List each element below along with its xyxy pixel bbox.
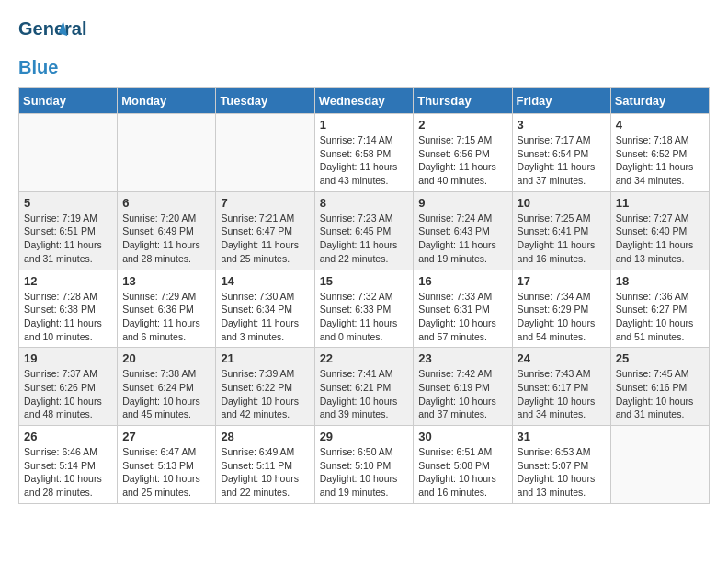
week-row-5: 26Sunrise: 6:46 AM Sunset: 5:14 PM Dayli… — [19, 426, 710, 504]
calendar-cell: 14Sunrise: 7:30 AM Sunset: 6:34 PM Dayli… — [216, 270, 314, 348]
day-info: Sunrise: 7:20 AM Sunset: 6:49 PM Dayligh… — [122, 212, 210, 266]
day-info: Sunrise: 7:17 AM Sunset: 6:54 PM Dayligh… — [518, 133, 606, 188]
weekday-header-monday: Monday — [118, 88, 216, 114]
day-number: 20 — [122, 351, 210, 365]
calendar-cell: 2Sunrise: 7:15 AM Sunset: 6:56 PM Daylig… — [414, 114, 512, 192]
day-info: Sunrise: 7:25 AM Sunset: 6:41 PM Dayligh… — [518, 212, 606, 266]
day-number: 1 — [320, 118, 409, 132]
calendar-cell: 29Sunrise: 6:50 AM Sunset: 5:10 PM Dayli… — [314, 426, 414, 504]
day-info: Sunrise: 6:46 AM Sunset: 5:14 PM Dayligh… — [24, 445, 112, 500]
calendar-cell: 9Sunrise: 7:24 AM Sunset: 6:43 PM Daylig… — [414, 191, 512, 270]
calendar-cell: 27Sunrise: 6:47 AM Sunset: 5:13 PM Dayli… — [118, 426, 216, 504]
day-info: Sunrise: 7:39 AM Sunset: 6:22 PM Dayligh… — [221, 367, 309, 421]
day-number: 24 — [518, 351, 606, 365]
calendar-cell: 15Sunrise: 7:32 AM Sunset: 6:33 PM Dayli… — [314, 270, 414, 348]
day-info: Sunrise: 7:37 AM Sunset: 6:26 PM Dayligh… — [24, 367, 112, 421]
day-number: 11 — [616, 196, 704, 210]
calendar-cell: 5Sunrise: 7:19 AM Sunset: 6:51 PM Daylig… — [19, 191, 118, 270]
day-number: 9 — [418, 196, 506, 210]
calendar-cell: 30Sunrise: 6:51 AM Sunset: 5:08 PM Dayli… — [414, 426, 512, 504]
calendar-cell: 1Sunrise: 7:14 AM Sunset: 6:58 PM Daylig… — [314, 114, 414, 192]
logo-general: General — [18, 18, 86, 40]
day-number: 6 — [122, 196, 210, 210]
day-number: 18 — [616, 274, 704, 288]
day-info: Sunrise: 7:36 AM Sunset: 6:27 PM Dayligh… — [616, 290, 704, 344]
weekday-header-tuesday: Tuesday — [216, 88, 314, 114]
logo: General Blue — [18, 18, 66, 78]
day-info: Sunrise: 7:14 AM Sunset: 6:58 PM Dayligh… — [320, 133, 409, 188]
calendar-cell: 18Sunrise: 7:36 AM Sunset: 6:27 PM Dayli… — [610, 270, 709, 348]
day-info: Sunrise: 6:53 AM Sunset: 5:07 PM Dayligh… — [518, 445, 606, 500]
day-number: 2 — [418, 118, 506, 132]
day-info: Sunrise: 7:19 AM Sunset: 6:51 PM Dayligh… — [24, 212, 112, 266]
calendar-cell: 26Sunrise: 6:46 AM Sunset: 5:14 PM Dayli… — [19, 426, 118, 504]
week-row-3: 12Sunrise: 7:28 AM Sunset: 6:38 PM Dayli… — [19, 270, 710, 348]
calendar: SundayMondayTuesdayWednesdayThursdayFrid… — [18, 87, 710, 504]
day-number: 31 — [518, 430, 606, 443]
calendar-cell: 3Sunrise: 7:17 AM Sunset: 6:54 PM Daylig… — [512, 114, 610, 192]
day-number: 29 — [320, 430, 409, 443]
day-info: Sunrise: 7:38 AM Sunset: 6:24 PM Dayligh… — [122, 367, 210, 421]
calendar-cell: 16Sunrise: 7:33 AM Sunset: 6:31 PM Dayli… — [414, 270, 512, 348]
day-info: Sunrise: 6:47 AM Sunset: 5:13 PM Dayligh… — [122, 445, 210, 500]
day-info: Sunrise: 6:50 AM Sunset: 5:10 PM Dayligh… — [320, 445, 409, 500]
day-info: Sunrise: 7:28 AM Sunset: 6:38 PM Dayligh… — [24, 290, 112, 344]
calendar-cell: 22Sunrise: 7:41 AM Sunset: 6:21 PM Dayli… — [314, 348, 414, 426]
day-number: 15 — [320, 274, 409, 288]
calendar-cell — [216, 114, 314, 192]
calendar-cell: 21Sunrise: 7:39 AM Sunset: 6:22 PM Dayli… — [216, 348, 314, 426]
calendar-cell: 6Sunrise: 7:20 AM Sunset: 6:49 PM Daylig… — [118, 191, 216, 270]
day-info: Sunrise: 7:43 AM Sunset: 6:17 PM Dayligh… — [518, 367, 606, 421]
calendar-cell: 25Sunrise: 7:45 AM Sunset: 6:16 PM Dayli… — [610, 348, 709, 426]
weekday-header-wednesday: Wednesday — [314, 88, 414, 114]
day-info: Sunrise: 7:21 AM Sunset: 6:47 PM Dayligh… — [221, 212, 309, 266]
calendar-cell: 10Sunrise: 7:25 AM Sunset: 6:41 PM Dayli… — [512, 191, 610, 270]
calendar-cell: 13Sunrise: 7:29 AM Sunset: 6:36 PM Dayli… — [118, 270, 216, 348]
day-info: Sunrise: 6:51 AM Sunset: 5:08 PM Dayligh… — [418, 445, 506, 500]
calendar-cell: 17Sunrise: 7:34 AM Sunset: 6:29 PM Dayli… — [512, 270, 610, 348]
day-number: 5 — [24, 196, 112, 210]
day-number: 21 — [221, 351, 309, 365]
day-number: 23 — [418, 351, 506, 365]
calendar-cell: 19Sunrise: 7:37 AM Sunset: 6:26 PM Dayli… — [19, 348, 118, 426]
day-number: 3 — [518, 118, 606, 132]
day-number: 13 — [122, 274, 210, 288]
day-number: 22 — [320, 351, 409, 365]
calendar-cell: 24Sunrise: 7:43 AM Sunset: 6:17 PM Dayli… — [512, 348, 610, 426]
day-number: 19 — [24, 351, 112, 365]
calendar-cell: 7Sunrise: 7:21 AM Sunset: 6:47 PM Daylig… — [216, 191, 314, 270]
day-info: Sunrise: 7:27 AM Sunset: 6:40 PM Dayligh… — [616, 212, 704, 266]
calendar-cell: 8Sunrise: 7:23 AM Sunset: 6:45 PM Daylig… — [314, 191, 414, 270]
calendar-cell: 4Sunrise: 7:18 AM Sunset: 6:52 PM Daylig… — [610, 114, 709, 192]
day-number: 12 — [24, 274, 112, 288]
calendar-cell — [118, 114, 216, 192]
week-row-1: 1Sunrise: 7:14 AM Sunset: 6:58 PM Daylig… — [19, 114, 710, 192]
day-info: Sunrise: 7:32 AM Sunset: 6:33 PM Dayligh… — [320, 290, 409, 344]
day-info: Sunrise: 7:15 AM Sunset: 6:56 PM Dayligh… — [418, 133, 506, 188]
day-number: 10 — [518, 196, 606, 210]
calendar-cell: 20Sunrise: 7:38 AM Sunset: 6:24 PM Dayli… — [118, 348, 216, 426]
day-number: 17 — [518, 274, 606, 288]
weekday-header-row: SundayMondayTuesdayWednesdayThursdayFrid… — [19, 88, 710, 114]
day-number: 8 — [320, 196, 409, 210]
day-number: 7 — [221, 196, 309, 210]
day-number: 28 — [221, 430, 309, 443]
day-number: 27 — [122, 430, 210, 443]
day-info: Sunrise: 7:45 AM Sunset: 6:16 PM Dayligh… — [616, 367, 704, 421]
day-info: Sunrise: 7:23 AM Sunset: 6:45 PM Dayligh… — [320, 212, 409, 266]
calendar-cell: 28Sunrise: 6:49 AM Sunset: 5:11 PM Dayli… — [216, 426, 314, 504]
calendar-cell — [610, 426, 709, 504]
weekday-header-friday: Friday — [512, 88, 610, 114]
day-number: 14 — [221, 274, 309, 288]
day-info: Sunrise: 7:34 AM Sunset: 6:29 PM Dayligh… — [518, 290, 606, 344]
week-row-2: 5Sunrise: 7:19 AM Sunset: 6:51 PM Daylig… — [19, 191, 710, 270]
logo-blue: Blue — [18, 57, 58, 78]
calendar-cell — [19, 114, 118, 192]
day-number: 26 — [24, 430, 112, 443]
day-number: 30 — [418, 430, 506, 443]
day-number: 25 — [616, 351, 704, 365]
day-info: Sunrise: 7:30 AM Sunset: 6:34 PM Dayligh… — [221, 290, 309, 344]
day-info: Sunrise: 7:33 AM Sunset: 6:31 PM Dayligh… — [418, 290, 506, 344]
header: General Blue — [18, 18, 710, 78]
weekday-header-thursday: Thursday — [414, 88, 512, 114]
